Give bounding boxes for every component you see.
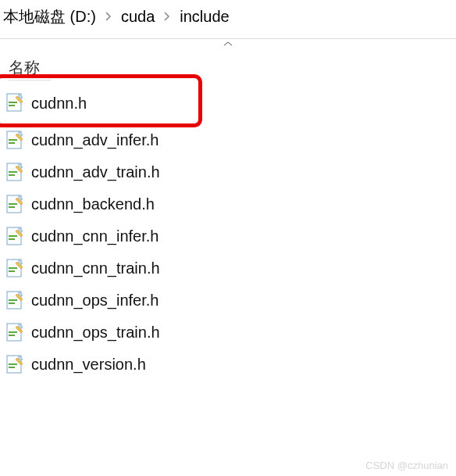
file-name: cudnn.h bbox=[31, 95, 87, 113]
file-row[interactable]: cudnn_backend.h bbox=[6, 188, 456, 220]
svg-rect-13 bbox=[9, 235, 17, 237]
file-name: cudnn_backend.h bbox=[31, 195, 155, 213]
file-name: cudnn_version.h bbox=[31, 356, 146, 374]
svg-rect-23 bbox=[9, 335, 15, 336]
file-list: cudnn.h cudnn_adv_infer.h cudnn_adv_trai… bbox=[0, 82, 456, 381]
breadcrumb-item-folder[interactable]: include bbox=[176, 8, 232, 26]
breadcrumb-item-drive[interactable]: 本地磁盘 (D:) bbox=[0, 6, 99, 27]
svg-rect-1 bbox=[9, 102, 17, 103]
svg-rect-4 bbox=[9, 139, 17, 141]
file-row[interactable]: cudnn_version.h bbox=[6, 349, 456, 381]
breadcrumb[interactable]: 本地磁盘 (D:) cuda include bbox=[0, 0, 456, 34]
svg-rect-16 bbox=[9, 267, 17, 269]
file-name: cudnn_cnn_infer.h bbox=[31, 227, 159, 245]
header-file-icon bbox=[6, 259, 23, 279]
svg-rect-22 bbox=[9, 331, 17, 333]
svg-rect-26 bbox=[9, 367, 15, 368]
file-name: cudnn_ops_train.h bbox=[31, 324, 160, 342]
header-file-icon bbox=[6, 195, 23, 215]
svg-rect-5 bbox=[9, 142, 15, 144]
file-row[interactable]: cudnn_cnn_train.h bbox=[6, 252, 456, 285]
file-name: cudnn_cnn_train.h bbox=[31, 259, 160, 277]
header-file-icon bbox=[6, 227, 23, 247]
chevron-right-icon bbox=[99, 11, 118, 23]
file-name: cudnn_adv_infer.h bbox=[31, 131, 159, 149]
header-file-icon bbox=[6, 355, 23, 375]
chevron-up-icon[interactable] bbox=[0, 38, 456, 49]
file-name: cudnn_adv_train.h bbox=[31, 163, 160, 181]
svg-rect-14 bbox=[9, 238, 15, 240]
file-row[interactable]: cudnn_adv_infer.h bbox=[6, 124, 456, 156]
header-file-icon bbox=[6, 291, 23, 311]
column-header-underline bbox=[9, 80, 51, 81]
svg-rect-20 bbox=[9, 302, 15, 304]
svg-rect-10 bbox=[9, 203, 17, 205]
svg-rect-11 bbox=[9, 206, 15, 208]
chevron-right-icon bbox=[158, 11, 176, 23]
column-header-name[interactable]: 名称 bbox=[0, 49, 456, 80]
file-row[interactable]: cudnn_ops_train.h bbox=[6, 317, 456, 349]
file-row[interactable]: cudnn_adv_train.h bbox=[6, 156, 456, 188]
svg-rect-2 bbox=[9, 105, 15, 106]
header-file-icon bbox=[6, 323, 23, 343]
svg-rect-17 bbox=[9, 270, 15, 272]
svg-rect-25 bbox=[9, 363, 17, 365]
header-file-icon bbox=[6, 93, 23, 113]
breadcrumb-item-folder[interactable]: cuda bbox=[118, 8, 158, 26]
file-name: cudnn_ops_infer.h bbox=[31, 292, 159, 310]
file-row[interactable]: cudnn_ops_infer.h bbox=[6, 285, 456, 317]
watermark-text: CSDN @czhunian bbox=[365, 460, 448, 471]
svg-rect-8 bbox=[9, 174, 15, 176]
header-file-icon bbox=[6, 163, 23, 183]
svg-rect-19 bbox=[9, 299, 17, 301]
header-file-icon bbox=[6, 131, 23, 151]
svg-rect-7 bbox=[9, 171, 17, 173]
file-row[interactable]: cudnn.h bbox=[6, 82, 456, 124]
file-row[interactable]: cudnn_cnn_infer.h bbox=[6, 220, 456, 252]
